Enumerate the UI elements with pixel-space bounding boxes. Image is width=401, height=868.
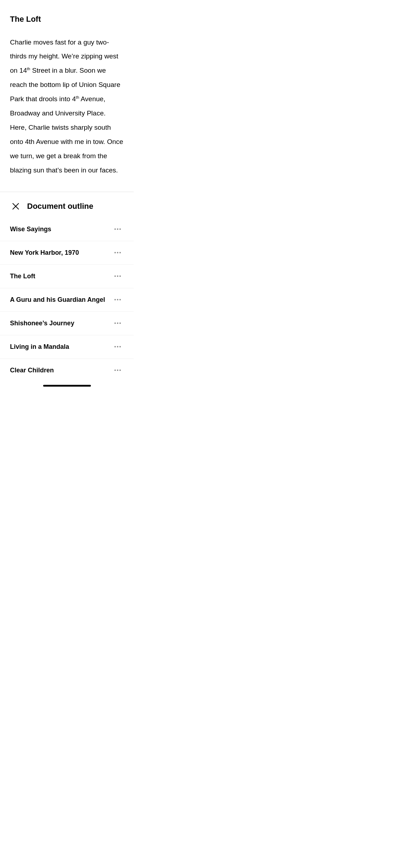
- outline-item[interactable]: New York Harbor, 1970: [0, 241, 134, 265]
- dot-icon: [119, 346, 121, 347]
- more-options-button[interactable]: [112, 345, 124, 349]
- outline-item-label: A Guru and his Guardian Angel: [10, 296, 105, 304]
- dot-icon: [117, 322, 118, 324]
- outline-header: Document outline: [0, 192, 134, 218]
- dot-icon: [119, 299, 121, 300]
- outline-list: Wise Sayings New York Harbor, 1970 The L…: [0, 218, 134, 382]
- more-options-button[interactable]: [112, 368, 124, 372]
- dot-icon: [114, 252, 116, 253]
- document-body: Charlie moves fast for a guy two-thirds …: [10, 35, 124, 177]
- document-view: The Loft Charlie moves fast for a guy tw…: [0, 0, 134, 192]
- outline-title: Document outline: [27, 202, 93, 211]
- dot-icon: [117, 370, 118, 371]
- more-options-button[interactable]: [112, 321, 124, 325]
- dot-icon: [117, 275, 118, 277]
- dot-icon: [117, 252, 118, 253]
- dot-icon: [114, 370, 116, 371]
- close-outline-button[interactable]: [10, 201, 21, 212]
- dot-icon: [119, 275, 121, 277]
- dot-icon: [117, 346, 118, 347]
- home-indicator: [0, 382, 134, 389]
- more-options-button[interactable]: [112, 298, 124, 302]
- dot-icon: [117, 228, 118, 230]
- more-options-button[interactable]: [112, 227, 124, 231]
- outline-item-label: Clear Children: [10, 367, 54, 374]
- outline-item[interactable]: Wise Sayings: [0, 218, 134, 241]
- close-icon: [12, 203, 19, 210]
- document-title: The Loft: [10, 14, 124, 25]
- dot-icon: [117, 299, 118, 300]
- outline-item[interactable]: Shishonee’s Journey: [0, 312, 134, 335]
- more-options-button[interactable]: [112, 250, 124, 255]
- outline-item[interactable]: Clear Children: [0, 359, 134, 382]
- dot-icon: [119, 252, 121, 253]
- dot-icon: [114, 322, 116, 324]
- outline-item-label: Wise Sayings: [10, 226, 51, 233]
- outline-item[interactable]: Living in a Mandala: [0, 335, 134, 359]
- dot-icon: [114, 299, 116, 300]
- dot-icon: [114, 228, 116, 230]
- outline-panel: Document outline Wise Sayings New York H…: [0, 192, 134, 389]
- home-bar: [43, 385, 91, 387]
- dot-icon: [114, 346, 116, 347]
- more-options-button[interactable]: [112, 274, 124, 278]
- outline-item[interactable]: The Loft: [0, 265, 134, 288]
- dot-icon: [119, 228, 121, 230]
- dot-icon: [114, 275, 116, 277]
- outline-item-label: New York Harbor, 1970: [10, 249, 79, 257]
- outline-item-label: Shishonee’s Journey: [10, 320, 74, 327]
- outline-item[interactable]: A Guru and his Guardian Angel: [0, 288, 134, 312]
- outline-item-label: Living in a Mandala: [10, 343, 69, 351]
- dot-icon: [119, 322, 121, 324]
- dot-icon: [119, 370, 121, 371]
- outline-item-label: The Loft: [10, 273, 35, 280]
